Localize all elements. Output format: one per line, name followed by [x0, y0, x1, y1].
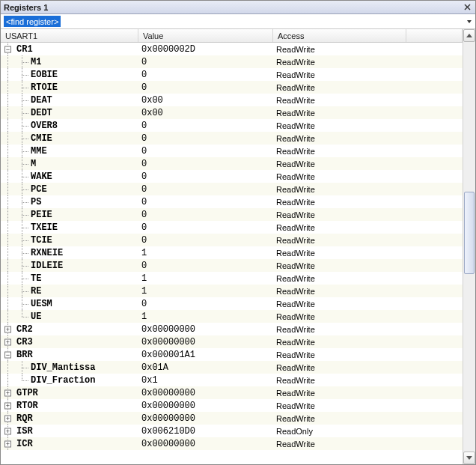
table-row[interactable]: MME0ReadWrite	[1, 145, 463, 157]
grid-rows: −CR10x0000002DReadWriteM10ReadWriteEOBIE…	[1, 43, 463, 464]
expand-button[interactable]: +	[4, 338, 11, 345]
table-row[interactable]: +GTPR0x00000000ReadWrite	[1, 386, 463, 399]
titlebar: Registers 1	[1, 1, 475, 14]
table-row[interactable]: PEIE0ReadWrite	[1, 208, 463, 221]
register-access: ReadWrite	[273, 198, 406, 207]
table-row[interactable]: EOBIE0ReadWrite	[1, 68, 463, 81]
table-row[interactable]: DEAT0x00ReadWrite	[1, 94, 463, 106]
table-row[interactable]: +CR30x00000000ReadWrite	[1, 335, 463, 348]
register-access: ReadWrite	[273, 236, 406, 245]
register-name: CR2	[15, 324, 33, 335]
register-value: 1	[138, 273, 273, 284]
table-row[interactable]: WAKE0ReadWrite	[1, 170, 463, 183]
table-row[interactable]: UESM0ReadWrite	[1, 297, 463, 310]
table-row[interactable]: DIV_Fraction0x1ReadWrite	[1, 374, 463, 386]
chevron-down-icon	[466, 456, 472, 460]
register-value: 0	[138, 82, 273, 93]
register-access: ReadWrite	[273, 363, 406, 372]
register-access: ReadWrite	[273, 159, 406, 168]
register-value: 0x00	[138, 108, 273, 118]
table-row[interactable]: UE1ReadWrite	[1, 310, 463, 323]
register-name: RTOR	[15, 401, 38, 411]
scrollbar-up-button[interactable]	[463, 29, 475, 42]
tree-cell: M	[1, 157, 138, 170]
register-access: ReadWrite	[273, 109, 406, 118]
collapse-button[interactable]: −	[4, 351, 11, 358]
register-value: 1	[138, 286, 273, 297]
expand-button[interactable]: +	[4, 326, 11, 332]
close-icon	[464, 4, 471, 10]
register-name: DEDT	[29, 108, 52, 118]
register-name: TXEIE	[29, 222, 58, 233]
register-access: ReadWrite	[273, 261, 406, 270]
table-row[interactable]: RE1ReadWrite	[1, 285, 463, 297]
find-register-combo[interactable]: <find register>	[1, 14, 475, 29]
collapse-button[interactable]: −	[4, 46, 11, 52]
register-access: ReadWrite	[273, 325, 406, 334]
table-row[interactable]: −CR10x0000002DReadWrite	[1, 43, 463, 55]
expand-button[interactable]: +	[4, 402, 11, 409]
register-access: ReadWrite	[273, 249, 406, 258]
register-access: ReadWrite	[273, 300, 406, 309]
scrollbar-down-button[interactable]	[463, 452, 475, 464]
chevron-up-icon	[466, 34, 472, 37]
table-row[interactable]: PS0ReadWrite	[1, 195, 463, 208]
table-row[interactable]: +RTOR0x00000000ReadWrite	[1, 399, 463, 412]
expand-button[interactable]: +	[4, 389, 11, 396]
table-row[interactable]: CMIE0ReadWrite	[1, 132, 463, 145]
register-name: UE	[29, 311, 41, 322]
tree-cell: DIV_Mantissa	[1, 361, 138, 374]
chevron-down-icon	[467, 20, 472, 23]
table-row[interactable]: RXNEIE1ReadWrite	[1, 246, 463, 259]
register-access: ReadWrite	[273, 70, 406, 79]
register-name: M1	[29, 57, 41, 67]
header-access[interactable]: Access	[273, 29, 406, 42]
close-button[interactable]	[462, 2, 472, 12]
register-access: ReadWrite	[273, 96, 406, 105]
table-row[interactable]: DIV_Mantissa0x01AReadWrite	[1, 361, 463, 374]
register-name: DEAT	[29, 95, 52, 106]
scrollbar-track[interactable]	[463, 42, 475, 452]
register-access: ReadWrite	[273, 45, 406, 54]
register-access: ReadWrite	[273, 376, 406, 385]
register-name: DIV_Mantissa	[29, 362, 95, 373]
table-row[interactable]: −BRR0x000001A1ReadWrite	[1, 348, 463, 361]
table-row[interactable]: TE1ReadWrite	[1, 272, 463, 285]
vertical-scrollbar[interactable]	[463, 29, 475, 464]
register-value: 0	[138, 171, 273, 182]
table-row[interactable]: IDLEIE0ReadWrite	[1, 259, 463, 272]
table-row[interactable]: RTOIE0ReadWrite	[1, 81, 463, 94]
tree-cell: M1	[1, 55, 138, 68]
table-row[interactable]: PCE0ReadWrite	[1, 183, 463, 195]
table-row[interactable]: +RQR0x00000000ReadWrite	[1, 412, 463, 425]
tree-cell: TE	[1, 272, 138, 285]
tree-cell: RE	[1, 285, 138, 297]
table-row[interactable]: M10ReadWrite	[1, 55, 463, 68]
table-row[interactable]: +ICR0x00000000ReadWrite	[1, 437, 463, 450]
register-access: ReadWrite	[273, 350, 406, 359]
table-row[interactable]: +CR20x00000000ReadWrite	[1, 323, 463, 335]
header-name[interactable]: USART1	[1, 29, 138, 42]
header-value[interactable]: Value	[138, 29, 273, 42]
table-row[interactable]: DEDT0x00ReadWrite	[1, 106, 463, 119]
table-row[interactable]: TCIE0ReadWrite	[1, 234, 463, 246]
expand-button[interactable]: +	[4, 415, 11, 422]
tree-cell: DEAT	[1, 94, 138, 106]
scrollbar-thumb[interactable]	[464, 192, 475, 274]
register-value: 0x006210D0	[138, 426, 273, 437]
register-value: 0	[138, 299, 273, 309]
register-value: 1	[138, 311, 273, 322]
table-row[interactable]: TXEIE0ReadWrite	[1, 221, 463, 234]
register-value: 0x00000000	[138, 413, 273, 424]
table-row[interactable]: OVER80ReadWrite	[1, 119, 463, 132]
register-access: ReadWrite	[273, 134, 406, 143]
table-row[interactable]: M0ReadWrite	[1, 157, 463, 170]
register-value: 0x0000002D	[138, 44, 273, 55]
find-dropdown-arrow[interactable]	[463, 14, 475, 28]
register-access: ReadWrite	[273, 401, 406, 410]
expand-button[interactable]: +	[4, 440, 11, 447]
expand-button[interactable]: +	[4, 428, 11, 434]
grid-body: USART1 Value Access −CR10x0000002DReadWr…	[1, 29, 463, 464]
register-access: ReadOnly	[273, 427, 406, 436]
table-row[interactable]: +ISR0x006210D0ReadOnly	[1, 425, 463, 437]
